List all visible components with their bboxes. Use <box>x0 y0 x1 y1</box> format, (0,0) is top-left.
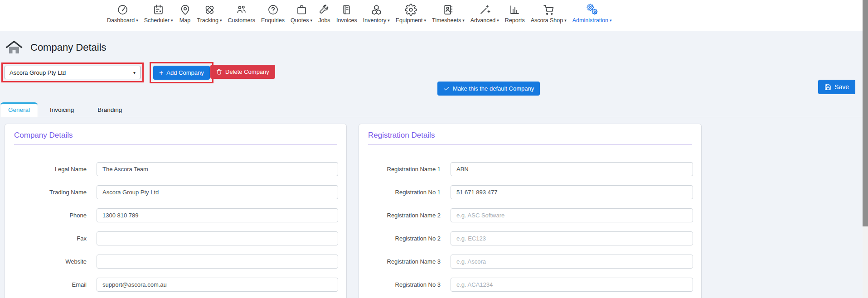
caret-down-icon: ▾ <box>220 18 222 23</box>
wrench-icon <box>318 4 330 16</box>
field-label: Registration Name 3 <box>359 258 441 265</box>
caret-down-icon: ▾ <box>462 18 465 23</box>
nav-label: Scheduler▾ <box>144 17 173 24</box>
save-floppy-icon <box>824 84 831 91</box>
nav-label: Customers <box>228 17 255 24</box>
caret-down-icon: ▾ <box>424 18 427 23</box>
nav-item-invoices[interactable]: Invoices <box>335 4 358 24</box>
vertical-scrollbar[interactable] <box>863 0 868 298</box>
nav-label: Enquiries <box>261 17 285 24</box>
caret-down-icon: ▾ <box>136 18 138 23</box>
email-input[interactable] <box>97 278 338 292</box>
nav-label: Ascora Shop▾ <box>531 17 567 24</box>
field-row-registration-name-1: Registration Name 1 <box>359 162 693 176</box>
highlight-box-company-selector: Ascora Group Pty Ltd ▾ <box>1 62 144 82</box>
tab-bar: General Invoicing Branding <box>0 102 863 117</box>
top-navigation: Dashboard▾ Scheduler▾ Map Tracking▾ Cust… <box>0 0 863 31</box>
nav-label: Reports <box>505 17 525 24</box>
field-label: Trading Name <box>5 189 87 196</box>
field-row-registration-no-1: Registration No 1 <box>359 185 693 199</box>
phone-input[interactable] <box>97 208 338 222</box>
registration-no-1-input[interactable] <box>451 185 693 199</box>
page-title: Company Details <box>30 42 107 53</box>
field-row-legal-name: Legal Name <box>5 162 338 176</box>
nav-item-tracking[interactable]: Tracking▾ <box>196 4 223 24</box>
field-label: Registration No 2 <box>359 235 441 242</box>
field-row-fax: Fax <box>5 231 338 245</box>
nav-item-map[interactable]: Map <box>178 4 192 24</box>
nav-item-quotes[interactable]: Quotes▾ <box>290 4 313 24</box>
nav-item-administration[interactable]: Administration▾ <box>572 4 613 24</box>
map-pin-icon <box>179 4 191 16</box>
nav-item-enquiries[interactable]: Enquiries <box>260 4 286 24</box>
nav-label: Map <box>179 17 190 24</box>
legal-name-input[interactable] <box>97 162 338 176</box>
tab-branding[interactable]: Branding <box>86 103 134 117</box>
field-label: Fax <box>5 235 87 242</box>
nav-item-scheduler[interactable]: Scheduler▾ <box>143 4 174 24</box>
panels-container: Company Details Legal Name Trading Name … <box>0 117 863 298</box>
plus-icon: + <box>159 70 163 76</box>
add-company-button[interactable]: + Add Company <box>153 66 210 80</box>
nav-item-reports[interactable]: Reports <box>504 4 526 24</box>
make-default-company-button[interactable]: Make this the default Company <box>437 82 540 96</box>
company-details-panel: Company Details Legal Name Trading Name … <box>5 124 347 298</box>
registration-name-2-input[interactable] <box>451 208 693 222</box>
company-selector[interactable]: Ascora Group Pty Ltd ▾ <box>5 66 141 79</box>
field-row-trading-name: Trading Name <box>5 185 338 199</box>
highlight-box-add-company: + Add Company <box>150 62 213 83</box>
fax-input[interactable] <box>97 231 338 245</box>
nav-item-advanced[interactable]: Advanced▾ <box>470 4 500 24</box>
company-details-fields: Legal Name Trading Name Phone Fax <box>5 145 346 298</box>
registration-details-fields: Registration Name 1 Registration No 1 Re… <box>359 145 701 298</box>
nav-label: Timesheets▾ <box>432 17 465 24</box>
nav-label: Jobs <box>318 17 330 24</box>
field-row-registration-no-2: Registration No 2 <box>359 231 693 245</box>
field-row-email: Email <box>5 278 338 292</box>
field-row-registration-no-3: Registration No 3 <box>359 278 693 292</box>
magic-wand-icon <box>479 4 491 16</box>
nav-item-timesheets[interactable]: Timesheets▾ <box>431 4 466 24</box>
gears-icon <box>586 4 598 16</box>
caret-down-icon: ▾ <box>310 18 312 23</box>
field-label: Email <box>5 281 87 288</box>
website-input[interactable] <box>97 255 338 269</box>
trash-icon <box>216 69 222 75</box>
nav-item-customers[interactable]: Customers <box>227 4 256 24</box>
caret-down-icon: ▾ <box>610 18 612 23</box>
nav-label: Administration▾ <box>572 17 612 24</box>
nav-item-dashboard[interactable]: Dashboard▾ <box>106 4 139 24</box>
nav-item-ascora-shop[interactable]: Ascora Shop▾ <box>530 4 567 24</box>
nav-label: Invoices <box>336 17 357 24</box>
nav-item-inventory[interactable]: Inventory▾ <box>362 4 391 24</box>
field-label: Registration No 3 <box>359 281 441 288</box>
field-row-phone: Phone <box>5 208 338 222</box>
nav-item-equipment[interactable]: Equipment▾ <box>395 4 427 24</box>
calendar-icon <box>152 4 165 16</box>
caret-down-icon: ▾ <box>133 70 136 75</box>
caret-down-icon: ▾ <box>388 18 390 23</box>
nav-label: Inventory▾ <box>363 17 390 24</box>
bar-chart-icon <box>509 4 521 16</box>
scrollbar-thumb[interactable] <box>863 0 868 226</box>
registration-no-2-input[interactable] <box>451 231 693 245</box>
registration-name-3-input[interactable] <box>451 255 693 269</box>
tab-invoicing[interactable]: Invoicing <box>38 103 86 117</box>
nav-item-jobs[interactable]: Jobs <box>317 4 331 24</box>
nav-label: Quotes▾ <box>291 17 312 24</box>
trading-name-input[interactable] <box>97 185 338 199</box>
delete-company-button[interactable]: Delete Company <box>210 65 275 79</box>
app-window: Dashboard▾ Scheduler▾ Map Tracking▾ Cust… <box>0 0 863 298</box>
field-label: Registration Name 1 <box>359 166 441 173</box>
page-body: Company Details Ascora Group Pty Ltd ▾ +… <box>0 31 863 298</box>
field-label: Registration No 1 <box>359 189 441 196</box>
tab-general[interactable]: General <box>0 102 38 117</box>
id-badge-icon <box>442 4 454 16</box>
registration-no-3-input[interactable] <box>451 278 693 292</box>
save-button[interactable]: Save <box>818 80 855 94</box>
ledger-book-icon <box>340 4 353 16</box>
nav-label: Advanced▾ <box>470 17 499 24</box>
caret-down-icon: ▾ <box>564 18 567 23</box>
field-label: Phone <box>5 212 87 219</box>
registration-name-1-input[interactable] <box>451 162 693 176</box>
